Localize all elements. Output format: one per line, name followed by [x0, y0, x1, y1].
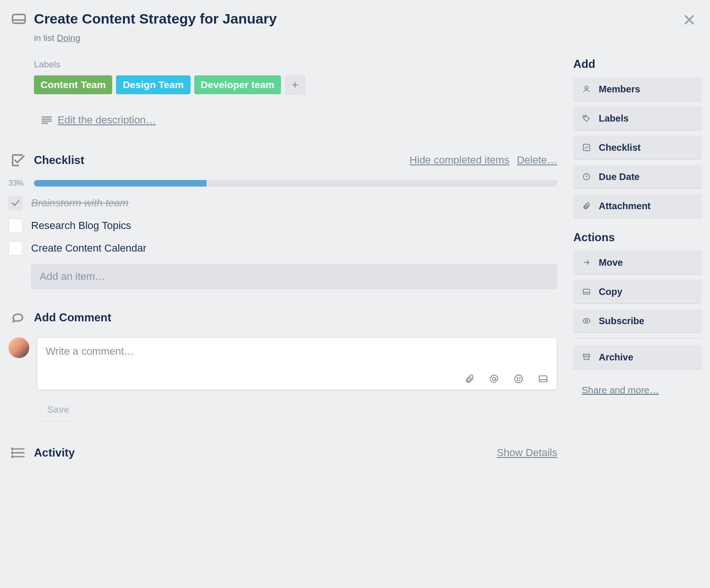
activity-heading: Activity [34, 446, 489, 459]
progress-bar [34, 180, 557, 187]
comment-icon [8, 308, 27, 327]
emoji-icon[interactable] [513, 374, 524, 384]
card-icon [8, 8, 29, 29]
svg-rect-10 [539, 376, 547, 382]
checklist-item-text[interactable]: Create Content Calendar [31, 242, 147, 254]
edit-description[interactable]: Edit the description… [41, 114, 557, 126]
add-comment-heading: Add Comment [34, 311, 557, 324]
comment-save-button[interactable]: Save [37, 399, 80, 421]
checklist-checkbox[interactable] [8, 241, 23, 255]
sidebar-add-heading: Add [573, 57, 702, 71]
in-list-row: in list Doing [34, 33, 557, 43]
label-pill[interactable]: Content Team [34, 75, 112, 94]
close-icon[interactable] [683, 13, 696, 26]
svg-point-17 [12, 456, 13, 457]
svg-point-18 [585, 86, 588, 89]
activity-icon [8, 443, 27, 462]
sidebar-members-button[interactable]: Members [573, 77, 702, 101]
hide-completed-link[interactable]: Hide completed items [410, 154, 510, 166]
svg-rect-23 [583, 289, 590, 294]
clock-icon [580, 172, 593, 181]
attachment-icon[interactable] [464, 374, 475, 384]
svg-point-7 [515, 375, 523, 383]
sidebar-due-date-button[interactable]: Due Date [573, 165, 702, 188]
attachment-icon [580, 202, 593, 210]
svg-point-8 [517, 377, 518, 378]
archive-icon [580, 353, 593, 361]
mention-icon[interactable] [489, 374, 499, 384]
copy-icon [580, 287, 593, 296]
checklist-icon [8, 151, 27, 170]
checklist-heading: Checklist [34, 154, 402, 167]
delete-checklist-link[interactable]: Delete… [517, 154, 557, 166]
labels-heading: Labels [34, 59, 557, 70]
labels-icon [580, 114, 593, 122]
show-details-link[interactable]: Show Details [497, 447, 557, 459]
svg-point-19 [585, 116, 586, 117]
svg-rect-0 [13, 15, 25, 24]
svg-point-25 [586, 320, 588, 322]
checklist-item-text[interactable]: Brainstorm with team [31, 197, 129, 209]
card-ref-icon[interactable] [538, 374, 548, 384]
svg-point-15 [12, 448, 13, 449]
svg-point-9 [520, 377, 520, 378]
svg-point-16 [12, 452, 13, 453]
sidebar-move-button[interactable]: Move [573, 251, 702, 274]
add-checklist-item-input[interactable]: Add an item… [31, 264, 557, 289]
sidebar-archive-button[interactable]: Archive [573, 345, 702, 369]
move-icon [580, 258, 593, 267]
sidebar-labels-button[interactable]: Labels [573, 106, 702, 130]
checklist-checkbox[interactable] [8, 196, 23, 210]
progress-percent: 33% [8, 179, 28, 188]
card-title[interactable]: Create Content Strategy for January [34, 8, 277, 27]
subscribe-icon [580, 317, 593, 325]
sidebar-subscribe-button[interactable]: Subscribe [573, 309, 702, 333]
checklist-icon [580, 143, 593, 152]
avatar[interactable] [8, 337, 29, 358]
sidebar-checklist-button[interactable]: Checklist [573, 136, 702, 159]
svg-rect-26 [583, 354, 590, 356]
description-icon [41, 116, 52, 124]
checklist-item-text[interactable]: Research Blog Topics [31, 220, 131, 232]
sidebar-copy-button[interactable]: Copy [573, 280, 702, 303]
sidebar-actions-heading: Actions [573, 231, 702, 244]
add-label-button[interactable]: + [285, 74, 305, 95]
sidebar-attachment-button[interactable]: Attachment [573, 194, 702, 218]
comment-input[interactable]: Write a comment… [37, 337, 557, 390]
checklist-checkbox[interactable] [8, 219, 23, 233]
share-and-more-link[interactable]: Share and more… [582, 385, 659, 396]
svg-point-6 [493, 377, 495, 380]
label-pill[interactable]: Developer team [194, 75, 281, 94]
list-link[interactable]: Doing [57, 33, 81, 43]
label-pill[interactable]: Design Team [116, 75, 190, 94]
members-icon [580, 85, 593, 93]
